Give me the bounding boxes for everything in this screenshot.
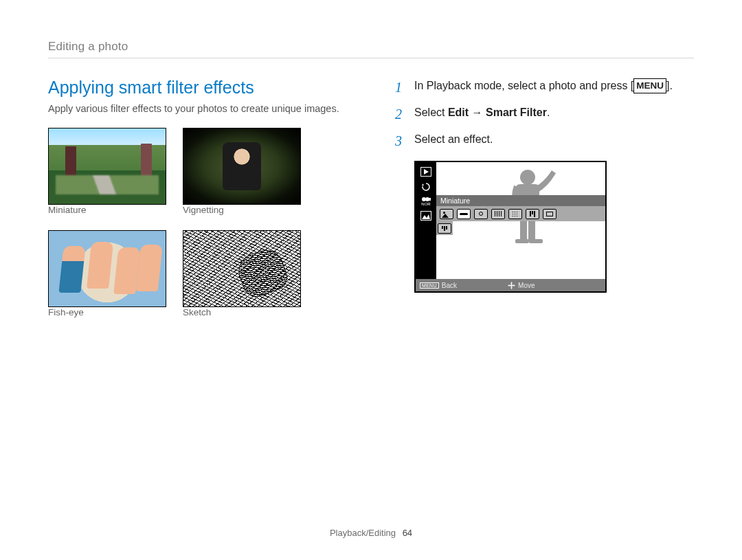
section-title: Applying smart filter effects	[48, 78, 347, 98]
camera-screen-mock: NOR	[414, 161, 607, 293]
caption-miniature: Miniature	[48, 205, 166, 215]
caption-fisheye: Fish-eye	[48, 307, 166, 317]
lcd-filter-strip-row2	[436, 221, 453, 235]
playback-icon	[419, 166, 433, 177]
step-1-pre: In Playback mode, select a photo and pre…	[414, 80, 633, 91]
step-2-pre: Select	[414, 107, 448, 118]
step-1-text: In Playback mode, select a photo and pre…	[414, 78, 673, 98]
svg-marker-13	[508, 284, 510, 287]
svg-rect-10	[529, 239, 543, 243]
step-2-post: .	[547, 107, 550, 118]
lcd-side-icons: NOR	[416, 162, 436, 279]
lcd-footer: MENU Back Move	[416, 279, 605, 291]
svg-rect-5	[429, 198, 431, 201]
svg-marker-14	[514, 284, 516, 287]
lcd-footer-move: Move	[518, 282, 535, 289]
lcd-selected-label: Miniature	[436, 195, 605, 206]
section-intro: Apply various filter effects to your pho…	[48, 103, 347, 114]
filter-chip-3	[474, 209, 488, 219]
lcd-menu-tag: MENU	[420, 282, 439, 289]
step-2-bold: Edit → Smart Filter	[448, 107, 547, 118]
filter-chip-6	[526, 209, 539, 219]
caption-sketch: Sketch	[183, 307, 301, 317]
svg-rect-9	[515, 239, 529, 243]
lcd-filter-strip	[436, 206, 605, 221]
rotate-icon	[419, 181, 433, 192]
svg-marker-12	[510, 287, 513, 289]
step-number-2: 2	[395, 104, 407, 124]
step-1-post: ].	[666, 80, 673, 91]
svg-marker-1	[424, 169, 429, 175]
filter-chip-8	[438, 223, 451, 234]
example-image-sketch	[183, 230, 301, 307]
example-image-fisheye	[48, 230, 166, 307]
caption-vignetting: Vignetting	[183, 205, 301, 215]
filter-chip-7	[543, 209, 556, 219]
example-image-vignetting	[183, 128, 301, 205]
svg-marker-7	[422, 214, 430, 219]
page-footer: Playback/Editing 64	[0, 528, 742, 538]
step-3-text: Select an effect.	[414, 131, 493, 151]
svg-point-8	[520, 170, 535, 185]
nor-icon: NOR	[420, 197, 431, 206]
footer-page-number: 64	[403, 528, 412, 538]
svg-rect-16	[510, 284, 514, 285]
svg-marker-2	[422, 183, 424, 186]
svg-marker-11	[510, 282, 513, 284]
lcd-footer-back: Back	[442, 282, 457, 289]
filter-chip-5	[508, 209, 522, 219]
breadcrumb: Editing a photo	[48, 40, 694, 58]
move-icon	[508, 282, 515, 289]
filter-chip-4	[491, 209, 505, 219]
step-number-1: 1	[395, 78, 407, 98]
scene-icon	[419, 210, 433, 221]
footer-section: Playback/Editing	[330, 528, 396, 538]
menu-key-label: MENU	[633, 78, 666, 93]
example-image-miniature	[48, 128, 166, 205]
step-2-text: Select Edit → Smart Filter.	[414, 104, 550, 124]
filter-chip-selected	[457, 209, 471, 219]
step-number-3: 3	[395, 131, 407, 151]
filter-chip-1	[440, 209, 453, 219]
